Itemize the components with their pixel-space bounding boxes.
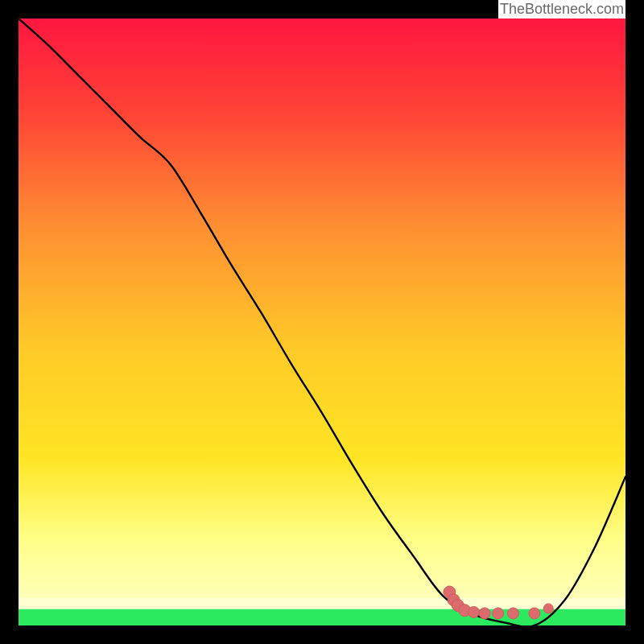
plot-area xyxy=(19,19,625,625)
highlight-marker xyxy=(479,608,490,619)
highlight-marker xyxy=(508,608,519,619)
highlight-marker-outlier xyxy=(543,604,553,613)
watermark-text: TheBottleneck.com xyxy=(498,0,625,19)
highlight-marker xyxy=(469,606,480,617)
chart-frame: TheBottleneck.com xyxy=(0,0,644,644)
bottleneck-curve-chart xyxy=(19,19,625,625)
highlight-marker xyxy=(493,608,504,619)
highlight-marker xyxy=(529,608,540,619)
